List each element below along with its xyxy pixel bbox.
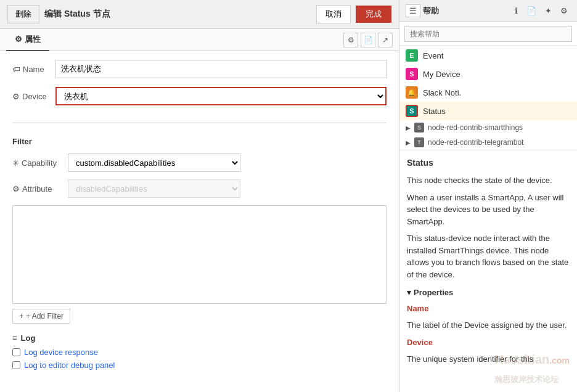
device-icon: ⚙ [12,92,20,101]
delete-button[interactable]: 删除 [7,5,39,23]
tab-icon-settings[interactable]: ⚙ [343,33,358,47]
mydevice-badge: S [406,68,418,80]
filter-title: Filter [12,137,387,146]
prop-device-label: Device [407,337,570,349]
list-icon: ≡ [12,333,17,343]
node-list: E Event S My Device 🔔 Slack Noti. S Stat… [399,46,577,150]
smartthings-badge: S [414,123,424,133]
name-label: 🏷 Name [12,65,55,74]
editor-title: 编辑 Status 节点 [44,9,311,20]
log-to-editor-checkbox[interactable] [12,361,20,369]
status-label: Status [423,107,446,116]
plus-icon: + [19,312,23,321]
form-section: 🏷 Name ⚙ Device 洗衣机 [0,51,399,123]
cancel-button[interactable]: 取消 [316,5,351,23]
status-badge: S [406,105,418,117]
help-info-icon[interactable]: ℹ [512,5,521,17]
properties-section: ▾ Properties Name The label of the Devic… [407,287,570,365]
help-search-input[interactable] [404,26,572,42]
capability-label: ✳ Capability [12,158,68,168]
log-device-response-checkbox[interactable] [12,348,20,356]
top-bar: 删除 编辑 Status 节点 取消 完成 [0,0,399,29]
telegrambot-label: node-red-contrib-telegrambot [428,138,523,147]
attribute-select[interactable]: disabledCapabilities [68,179,240,198]
filter-section: Filter ✳ Capability custom.disabledCapab… [0,131,399,198]
prop-name-desc: The label of the Device assigned by the … [407,319,570,332]
prop-device-desc: The unique system identifier for this [407,353,570,365]
tag-icon: 🏷 [12,65,20,74]
tab-properties[interactable]: ⚙ 属性 [6,29,49,51]
telegrambot-badge: T [414,137,424,147]
help-search [399,22,577,46]
node-group-telegrambot[interactable]: ▶ T node-red-contrib-telegrambot [399,135,577,150]
slack-badge: 🔔 [406,86,418,99]
properties-heading: ▾ Properties [407,287,570,299]
editor-area: 🏷 Name ⚙ Device 洗衣机 Filter ✳ [0,51,399,392]
log-title: ≡ Log [12,333,387,343]
capability-row: ✳ Capability custom.disabledCapabilities [12,153,387,172]
add-filter-button[interactable]: + + Add Filter [12,309,70,324]
device-row: ⚙ Device 洗衣机 [12,87,387,105]
log-device-response-row: Log device response [12,348,387,357]
help-title: 帮助 [423,6,509,17]
mydevice-label: My Device [423,70,460,79]
log-device-response-label[interactable]: Log device response [24,348,98,357]
event-badge: E [406,49,418,62]
tab-icon-export[interactable]: ↗ [378,33,393,47]
prop-name-label: Name [407,303,570,315]
left-panel: 删除 编辑 Status 节点 取消 完成 ⚙ 属性 ⚙ 📄 ↗ 🏷 Name [0,0,399,392]
log-to-editor-row: Log to editor debug panel [12,361,387,370]
help-header: ☰ 帮助 ℹ 📄 ✦ ⚙ [399,0,577,22]
log-section: ≡ Log Log device response Log to editor … [0,329,399,378]
event-label: Event [423,51,443,60]
node-group-smartthings[interactable]: ▶ S node-red-contrib-smartthings [399,120,577,135]
help-content-title: Status [407,157,570,169]
log-to-editor-label[interactable]: Log to editor debug panel [24,361,115,370]
node-item-mydevice[interactable]: S My Device [399,65,577,83]
filter-textarea [12,205,387,304]
help-list-icon[interactable]: ☰ [406,4,420,17]
attribute-icon: ⚙ [12,184,20,194]
chevron-right-icon: ▶ [406,125,411,131]
node-item-event[interactable]: E Event [399,46,577,65]
help-star-icon[interactable]: ✦ [542,5,555,17]
done-button[interactable]: 完成 [356,6,391,23]
tab-properties-icon: ⚙ [15,35,25,44]
help-para-3: This status-device node interact with th… [407,232,570,280]
help-para-1: This node checks the state of the device… [407,174,570,187]
capability-icon: ✳ [12,158,19,168]
node-item-slack[interactable]: 🔔 Slack Noti. [399,83,577,102]
device-select[interactable]: 洗衣机 [55,87,387,105]
help-content: Status This node checks the state of the… [399,150,577,392]
help-para-2: When a user installs a SmartApp, A user … [407,192,570,228]
help-settings-icon[interactable]: ⚙ [557,5,571,17]
name-row: 🏷 Name [12,60,387,78]
name-input[interactable] [55,60,387,78]
capability-select[interactable]: custom.disabledCapabilities [68,153,240,172]
tabs-bar: ⚙ 属性 ⚙ 📄 ↗ [0,29,399,51]
slack-label: Slack Noti. [423,88,461,97]
smartthings-label: node-red-contrib-smartthings [428,123,523,132]
device-label: ⚙ Device [12,92,55,101]
node-item-status[interactable]: S Status [399,102,577,120]
attribute-row: ⚙ Attribute disabledCapabilities [12,179,387,198]
right-panel: ☰ 帮助 ℹ 📄 ✦ ⚙ E Event S My Device 🔔 Slack… [399,0,577,392]
chevron-right-icon-2: ▶ [406,139,411,146]
help-doc-icon[interactable]: 📄 [523,5,539,17]
attribute-label: ⚙ Attribute [12,184,68,194]
chevron-down-icon: ▾ [407,287,411,299]
tab-icon-doc[interactable]: 📄 [361,33,375,47]
divider-1 [12,123,387,123]
